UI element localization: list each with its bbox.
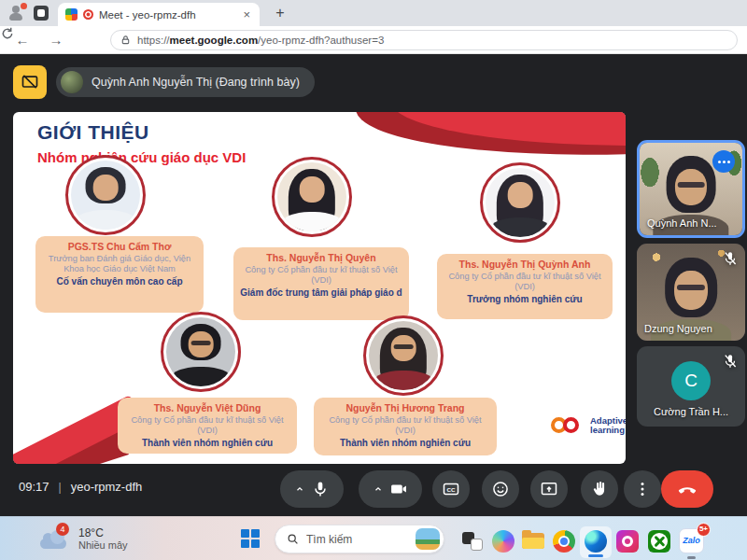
logo-ring-red xyxy=(563,417,579,433)
search-highlight-image[interactable] xyxy=(416,528,440,550)
presenter-avatar xyxy=(61,71,83,93)
clipchamp-icon[interactable] xyxy=(616,530,639,553)
member-photo xyxy=(272,157,352,237)
tab-title: Meet - yeo-rpmz-dfh xyxy=(99,9,235,21)
participant-tile[interactable]: C Cường Trần H... xyxy=(637,346,745,427)
member-org: Công ty Cổ phần đầu tư kĩ thuật số Việt … xyxy=(240,265,402,286)
participant-tile[interactable]: Quỳnh Anh N... xyxy=(637,140,745,238)
camera-icon xyxy=(389,480,408,498)
present-screen-button[interactable] xyxy=(530,470,568,508)
avatar-glasses xyxy=(677,285,705,290)
back-button[interactable]: ← xyxy=(11,29,34,51)
member-card: Ths. Nguyễn Thị Quỳnh Anh Công ty Cổ phầ… xyxy=(437,254,613,319)
copilot-icon[interactable] xyxy=(492,530,514,553)
member-name: Ths. Nguyễn Việt Dũng xyxy=(124,402,290,413)
url-text: https://meet.google.com/yeo-rpmz-dfh?aut… xyxy=(137,35,384,46)
mic-button[interactable] xyxy=(280,470,344,508)
more-vertical-icon xyxy=(633,480,652,498)
browser-tab[interactable]: Meet - yeo-rpmz-dfh × xyxy=(58,3,260,26)
forward-button[interactable]: → xyxy=(45,29,67,51)
xbox-icon[interactable] xyxy=(648,530,670,553)
presenter-banner[interactable]: Quỳnh Anh Nguyễn Thị (Đang trình bày) xyxy=(56,67,315,97)
chevron-up-icon xyxy=(294,483,305,495)
avatar-face xyxy=(93,175,119,201)
member-photo-image xyxy=(277,162,346,231)
url-scheme: https:// xyxy=(137,35,170,46)
new-tab-button[interactable]: + xyxy=(271,4,289,22)
member-photo-image xyxy=(166,317,235,386)
member-role: Thành viên nhóm nghiên cứu xyxy=(124,438,290,448)
cc-label: CC xyxy=(446,486,456,493)
participant-avatar-letter: C xyxy=(671,361,711,400)
mic-icon xyxy=(311,480,330,498)
avatar-body xyxy=(490,217,550,237)
member-card: PGS.TS Chu Cẩm Thơ Trưởng ban Đánh giá G… xyxy=(35,236,204,313)
meeting-code: yeo-rpmz-dfh xyxy=(71,480,143,494)
member-org: Trưởng ban Đánh giá Giáo dục, Viện Khoa … xyxy=(42,254,197,274)
participant-name: Dzung Nguyen xyxy=(644,323,712,334)
member-photo xyxy=(480,162,560,243)
end-call-icon xyxy=(677,479,698,499)
zalo-running-indicator xyxy=(687,556,696,559)
captions-icon: CC xyxy=(442,480,460,498)
member-card: Ths. Nguyễn Thị Quyên Công ty Cổ phần đầ… xyxy=(233,247,409,320)
captions-button[interactable]: CC xyxy=(432,470,470,508)
member-name: PGS.TS Chu Cẩm Thơ xyxy=(42,241,197,252)
participant-name: Cường Trần H... xyxy=(637,406,745,417)
start-button[interactable] xyxy=(241,529,261,549)
member-role: Trưởng nhóm nghiên cứu xyxy=(444,294,606,304)
profile-notification-dot xyxy=(21,3,27,9)
chrome-icon[interactable] xyxy=(553,530,575,553)
presenter-banner-text: Quỳnh Anh Nguyễn Thị (Đang trình bày) xyxy=(92,76,300,89)
member-name: Ths. Nguyễn Thị Quyên xyxy=(240,252,402,263)
cloud-icon xyxy=(40,539,66,549)
avatar-face xyxy=(674,271,708,310)
camera-button[interactable] xyxy=(359,470,422,508)
avatar-body xyxy=(171,367,231,386)
avatar-face xyxy=(300,176,325,203)
taskbar-search[interactable] xyxy=(275,525,444,553)
weather-widget[interactable]: 4 18°C Nhiều mây xyxy=(39,525,128,553)
screen: Meet - yeo-rpmz-dfh × + ← → https://meet… xyxy=(0,0,747,560)
tab-close-button[interactable]: × xyxy=(241,7,252,21)
file-explorer-icon[interactable] xyxy=(522,530,544,553)
tile-options-button[interactable] xyxy=(712,150,735,173)
avatar-body xyxy=(76,210,135,230)
task-view-button[interactable] xyxy=(461,530,484,553)
address-bar[interactable]: https://meet.google.com/yeo-rpmz-dfh?aut… xyxy=(110,30,738,50)
windows-logo-square xyxy=(251,529,260,538)
member-role: Cố vấn chuyên môn cao cấp xyxy=(42,276,197,287)
avatar-glasses xyxy=(678,182,705,188)
xbox-sphere xyxy=(651,533,668,550)
chevron-up-icon xyxy=(373,483,384,495)
stop-presenting-button[interactable] xyxy=(13,65,47,99)
member-photo xyxy=(161,312,241,392)
slide-title: GIỚI THIỆU xyxy=(37,121,149,144)
adaptive-learning-logo-icon xyxy=(551,416,585,435)
folder-front xyxy=(522,538,544,549)
weather-description: Nhiều mây xyxy=(78,539,128,551)
member-photo-image xyxy=(71,161,140,230)
more-options-button[interactable] xyxy=(624,470,661,508)
profile-icon[interactable] xyxy=(7,5,26,21)
member-role: Giám đốc trung tâm giải pháp giáo d xyxy=(240,287,402,298)
end-call-button[interactable] xyxy=(661,470,713,508)
weather-icon-wrap: 4 xyxy=(39,525,71,553)
participant-tile[interactable]: Dzung Nguyen xyxy=(637,244,745,341)
recording-icon xyxy=(83,9,93,20)
window-icon[interactable] xyxy=(34,6,49,21)
raise-hand-button[interactable] xyxy=(581,470,618,508)
presentation-off-icon xyxy=(21,73,39,91)
windows-logo-square xyxy=(251,539,260,548)
edge-active-indicator xyxy=(588,554,603,557)
avatar-body xyxy=(282,212,342,231)
zalo-taskbar-button[interactable]: Zalo 5+ xyxy=(679,528,704,553)
member-photo xyxy=(65,155,146,235)
search-input[interactable] xyxy=(306,533,408,546)
avatar-glasses xyxy=(394,344,414,348)
meet-stage: Quỳnh Anh Nguyễn Thị (Đang trình bày) GI… xyxy=(0,54,747,516)
reactions-button[interactable] xyxy=(482,470,519,508)
url-host: meet.google.com xyxy=(170,35,259,46)
edge-taskbar-button[interactable] xyxy=(580,526,612,558)
member-card: Nguyễn Thị Hương Trang Công ty Cổ phần đ… xyxy=(314,398,497,455)
